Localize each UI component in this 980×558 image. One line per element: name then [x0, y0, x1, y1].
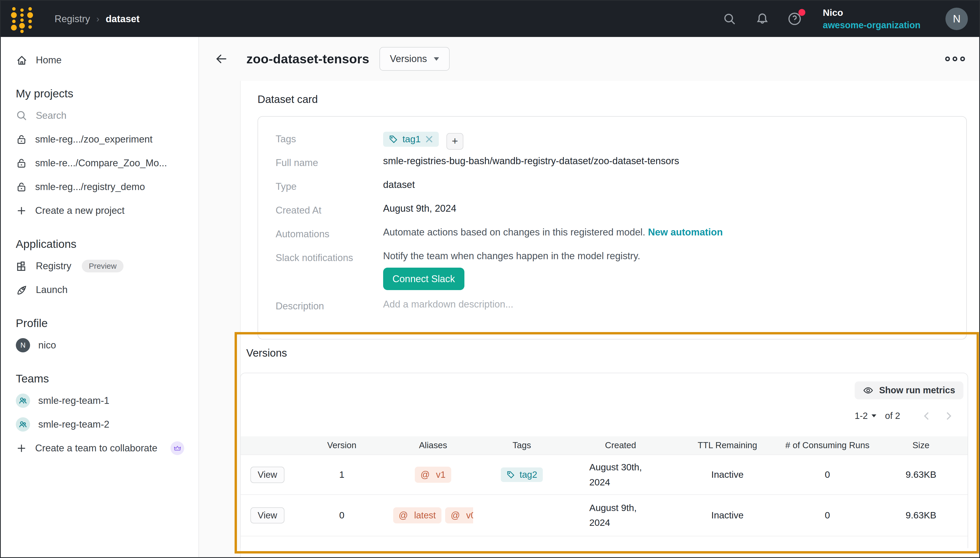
page-range-dropdown[interactable]: 1-2	[855, 411, 876, 421]
eye-icon	[863, 385, 873, 396]
sidebar-item-home[interactable]: Home	[16, 48, 192, 72]
tags-row: Tags tag1	[275, 132, 951, 156]
alias-at-prefix: @	[421, 469, 430, 480]
wandb-logo-icon[interactable]	[10, 5, 34, 33]
version-cell: 1	[294, 469, 389, 480]
alias-label: v1	[436, 469, 446, 480]
versions-section-highlight: Versions Show run metrics 1-2 of 2	[234, 332, 979, 553]
team-people-icon	[18, 420, 28, 429]
consuming-runs-cell: 0	[780, 469, 874, 480]
project-search-input[interactable]: Search	[16, 104, 192, 128]
slack-text: Notify the team when changes happen in t…	[383, 251, 641, 261]
wandb-registry-page: Registry › dataset	[0, 0, 980, 558]
rocket-icon	[16, 284, 28, 296]
full-name-row: Full name smle-registries-bug-bash/wandb…	[275, 156, 951, 179]
create-team-button[interactable]: Create a team to collaborate	[16, 436, 192, 460]
col-created: Created	[567, 440, 674, 450]
alias-at-prefix: @	[451, 510, 460, 520]
team-avatar	[16, 394, 30, 408]
view-button[interactable]: View	[251, 507, 285, 524]
launch-label: Launch	[36, 284, 67, 295]
table-header-row: Version Aliases Tags Created TTL Remaini…	[241, 436, 968, 455]
connect-slack-button[interactable]: Connect Slack	[383, 268, 464, 290]
col-aliases: Aliases	[389, 440, 477, 450]
pagination: 1-2 of 2	[855, 411, 959, 421]
col-tags: Tags	[477, 440, 567, 450]
size-cell: 9.63KB	[874, 469, 968, 480]
full-name-value: smle-registries-bug-bash/wandb-registry-…	[383, 156, 679, 167]
create-new-project-button[interactable]: Create a new project	[16, 199, 192, 223]
automations-label: Automations	[275, 227, 383, 240]
sidebar-team-1[interactable]: smle-reg-team-1	[16, 389, 192, 413]
alias-pill[interactable]: @v0	[445, 507, 473, 523]
automations-row: Automations Automate actions based on ch…	[275, 227, 951, 251]
view-button[interactable]: View	[251, 467, 285, 483]
versions-table: Version Aliases Tags Created TTL Remaini…	[241, 436, 968, 548]
type-label: Type	[275, 179, 383, 192]
table-footer	[241, 536, 968, 548]
slack-row: Slack notifications Notify the team when…	[275, 251, 951, 290]
created-at-row: Created At August 9th, 2024	[275, 203, 951, 227]
sidebar-item-launch[interactable]: Launch	[16, 278, 192, 302]
ttl-cell: Inactive	[674, 469, 780, 480]
sidebar-profile-nico[interactable]: N nico	[16, 333, 192, 357]
tag-label: tag2	[519, 469, 537, 480]
lock-icon	[16, 181, 27, 193]
full-name-label: Full name	[275, 156, 383, 168]
dataset-card-heading: Dataset card	[257, 94, 967, 105]
back-arrow-icon[interactable]	[213, 50, 230, 67]
notifications-bell-icon[interactable]	[754, 11, 770, 27]
col-version: Version	[294, 440, 389, 450]
my-projects-heading: My projects	[16, 87, 192, 100]
automations-text: Automate actions based on changes in thi…	[383, 227, 646, 238]
sidebar-project-registry-demo[interactable]: smle-reg.../registry_demo	[16, 175, 192, 199]
avatar[interactable]: N	[946, 8, 968, 30]
notification-badge	[798, 9, 805, 16]
preview-badge: Preview	[82, 260, 123, 272]
breadcrumb-registry[interactable]: Registry	[55, 13, 90, 25]
main-area: zoo-dataset-tensors Versions Dataset car…	[199, 37, 979, 557]
size-cell: 9.63KB	[874, 510, 968, 521]
new-automation-link[interactable]: New automation	[648, 227, 723, 238]
created-at-value: August 9th, 2024	[383, 203, 457, 214]
applications-heading: Applications	[16, 238, 192, 251]
versions-dropdown[interactable]: Versions	[379, 47, 450, 71]
show-run-metrics-button[interactable]: Show run metrics	[855, 381, 963, 400]
sidebar-project-compare-zoo[interactable]: smle-re.../Compare_Zoo_Mo...	[16, 151, 192, 175]
search-icon[interactable]	[722, 11, 738, 27]
project-label: smle-reg.../registry_demo	[35, 181, 145, 192]
chevron-down-icon	[872, 414, 876, 417]
alias-at-prefix: @	[399, 510, 408, 520]
sidebar-item-label: Home	[36, 55, 62, 66]
remove-tag-icon[interactable]	[425, 135, 433, 143]
tag-pill[interactable]: tag1	[383, 132, 439, 147]
description-placeholder[interactable]: Add a markdown description...	[383, 299, 513, 310]
overflow-menu-icon[interactable]	[941, 53, 969, 65]
registry-grid-icon	[16, 260, 28, 272]
table-row: View 1 @v1 tag2	[241, 455, 968, 495]
breadcrumb-separator: ›	[96, 13, 100, 24]
create-project-label: Create a new project	[35, 205, 125, 216]
add-tag-button[interactable]: +	[446, 133, 463, 150]
next-page-icon[interactable]	[937, 411, 959, 421]
user-organization-link[interactable]: awesome-organization	[823, 19, 920, 31]
tag-icon	[389, 135, 398, 144]
page-header: zoo-dataset-tensors Versions	[199, 37, 979, 81]
alias-label: latest	[414, 510, 436, 520]
versions-heading: Versions	[246, 347, 287, 359]
team-avatar	[16, 417, 30, 432]
alias-pill[interactable]: @latest	[393, 507, 441, 523]
help-icon[interactable]	[787, 11, 803, 27]
alias-pill[interactable]: @v1	[415, 467, 451, 483]
sidebar-team-2[interactable]: smle-reg-team-2	[16, 413, 192, 436]
prev-page-icon[interactable]	[916, 411, 938, 421]
user-menu[interactable]: Nico awesome-organization	[823, 7, 920, 31]
dataset-card: Tags tag1	[257, 116, 967, 340]
tag-pill[interactable]: tag2	[501, 468, 543, 482]
registry-label: Registry	[36, 261, 72, 272]
sidebar-item-registry[interactable]: Registry Preview	[16, 254, 192, 278]
sidebar-project-zoo-experiment[interactable]: smle-reg.../zoo_experiment	[16, 128, 192, 151]
team-name: smle-reg-team-2	[38, 419, 109, 430]
created-cell: August 30th, 2024	[589, 460, 652, 490]
lock-icon	[16, 158, 27, 169]
